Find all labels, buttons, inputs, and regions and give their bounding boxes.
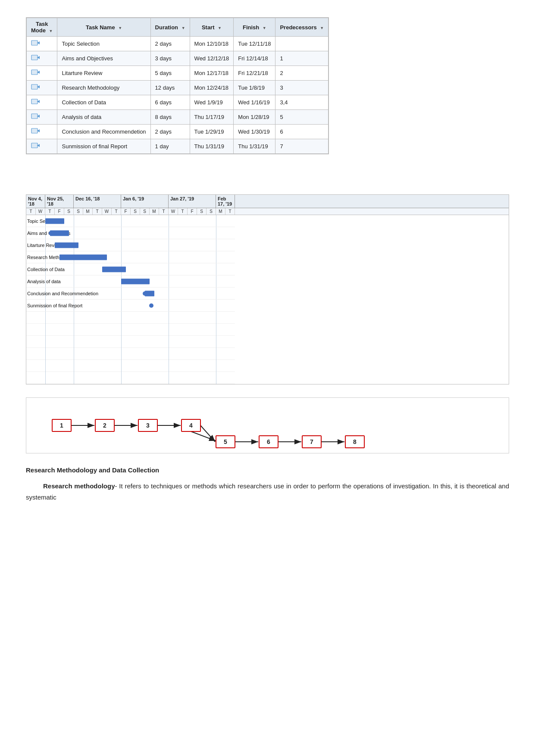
task-mode-cell	[27, 66, 57, 81]
task-mode-cell	[27, 139, 57, 154]
network-diagram: 12345678	[26, 397, 509, 453]
duration-cell: 3 days	[150, 51, 190, 66]
gantt-day-cell: S	[74, 208, 83, 215]
gantt-row: Conclusion and Recommendetion	[26, 287, 235, 300]
task-mode-cell	[27, 110, 57, 125]
gantt-empty-row	[26, 372, 235, 384]
predecessors-cell: 1	[275, 51, 329, 66]
task-mode-icon	[31, 69, 41, 76]
col-start[interactable]: Start ▼	[190, 18, 234, 37]
gantt-row: Sunmission of final Report	[26, 300, 235, 312]
gantt-day-cell: T	[178, 208, 188, 215]
gantt-milestone	[49, 231, 53, 235]
finish-cell: Fri 12/21/18	[234, 66, 275, 81]
gantt-row: Litarture Review	[26, 239, 235, 251]
gantt-empty-row	[26, 312, 235, 324]
table-row: Sunmission of final Report1 dayThu 1/31/…	[27, 139, 329, 154]
gantt-empty-row	[26, 360, 235, 372]
table-row: Topic Selection2 daysMon 12/10/18Tue 12/…	[27, 37, 329, 51]
col-predecessors[interactable]: Predecessors ▼	[275, 18, 329, 37]
gantt-day-cell: W	[36, 208, 45, 215]
duration-cell: 8 days	[150, 110, 190, 125]
start-cell: Mon 12/10/18	[190, 37, 234, 51]
gantt-row: Topic Selection	[26, 215, 235, 227]
task-mode-icon	[31, 142, 41, 150]
gantt-period-label: Feb 17, '19	[216, 195, 235, 208]
task-mode-icon	[31, 39, 41, 47]
gantt-period-label: Nov 25, '18	[45, 195, 74, 208]
network-node-label: 3	[146, 422, 150, 429]
gantt-bar	[59, 254, 107, 260]
table-row: Aims and Objectives3 daysWed 12/12/18Fri…	[27, 51, 329, 66]
gantt-day-cell: T	[112, 208, 121, 215]
start-cell: Mon 12/17/18	[190, 66, 234, 81]
gantt-period-label: Jan 27, '19	[169, 195, 216, 208]
table-row: Research Methodology12 daysMon 12/24/18T…	[27, 81, 329, 95]
task-mode-icon	[31, 127, 41, 135]
network-node-label: 2	[103, 422, 106, 429]
sort-arrow: ▼	[181, 26, 185, 30]
predecessors-cell	[275, 37, 329, 51]
duration-cell: 5 days	[150, 66, 190, 81]
gantt-milestone	[55, 243, 59, 247]
table-row: Analysis of data8 daysThu 1/17/19Mon 1/2…	[27, 110, 329, 125]
task-name-cell: Litarture Review	[57, 66, 150, 81]
section-heading: Research Methodology and Data Collection	[26, 466, 509, 474]
gantt-day-cell: T	[93, 208, 102, 215]
start-cell: Thu 1/31/19	[190, 139, 234, 154]
start-cell: Wed 1/9/19	[190, 95, 234, 110]
predecessors-cell: 3,4	[275, 95, 329, 110]
svg-rect-14	[31, 143, 38, 148]
network-node-label: 4	[189, 422, 193, 429]
task-mode-cell	[27, 51, 57, 66]
finish-cell: Tue 1/8/19	[234, 81, 275, 95]
sort-arrow: ▼	[49, 29, 53, 33]
bold-intro: Research methodology	[43, 482, 115, 490]
start-cell: Mon 12/24/18	[190, 81, 234, 95]
task-mode-cell	[27, 95, 57, 110]
col-duration[interactable]: Duration ▼	[150, 18, 190, 37]
duration-cell: 6 days	[150, 95, 190, 110]
gantt-day-cell: S	[140, 208, 150, 215]
predecessors-cell: 7	[275, 139, 329, 154]
gantt-empty-row	[26, 324, 235, 336]
text-section: Research Methodology and Data Collection…	[26, 466, 509, 503]
task-name-cell: Research Methodology	[57, 81, 150, 95]
task-mode-icon	[31, 98, 41, 106]
network-node-label: 8	[353, 438, 357, 445]
gantt-day-labels: TWTFSSMTWTFSSMTWTFSSMT	[26, 208, 509, 215]
predecessors-cell: 6	[275, 125, 329, 139]
gantt-table-container: TaskMode ▼ Task Name ▼ Duration ▼ Start …	[26, 17, 329, 154]
network-svg: 12345678	[39, 406, 427, 458]
gantt-row: Analysis of data	[26, 275, 235, 287]
col-finish[interactable]: Finish ▼	[234, 18, 275, 37]
gantt-table-section: TaskMode ▼ Task Name ▼ Duration ▼ Start …	[26, 17, 509, 173]
table-row: Collection of Data6 daysWed 1/9/19Wed 1/…	[27, 95, 329, 110]
gantt-period-label: Jan 6, '19	[121, 195, 169, 208]
gantt-day-cell: W	[169, 208, 178, 215]
svg-rect-6	[31, 84, 38, 89]
network-node-label: 1	[60, 422, 63, 429]
gantt-task-label: Analysis of data	[27, 279, 61, 284]
table-row: Conclusion and Recommendetion2 daysTue 1…	[27, 125, 329, 139]
gantt-period-label: Dec 16, '18	[74, 195, 121, 208]
finish-cell: Tue 12/11/18	[234, 37, 275, 51]
gantt-body: Topic SelectionAims and ObjectivesLitart…	[26, 215, 235, 384]
gantt-row: Aims and Objectives	[26, 227, 235, 239]
col-task-mode[interactable]: TaskMode ▼	[27, 18, 57, 37]
gantt-day-cell: T	[26, 208, 36, 215]
gantt-day-cell: S	[64, 208, 74, 215]
gantt-milestone	[143, 291, 147, 296]
gantt-day-cell: M	[83, 208, 93, 215]
task-name-cell: Analysis of data	[57, 110, 150, 125]
finish-cell: Thu 1/31/19	[234, 139, 275, 154]
svg-rect-2	[31, 55, 38, 60]
predecessors-cell: 3	[275, 81, 329, 95]
network-node-label: 7	[310, 438, 313, 445]
gantt-day-cell: S	[197, 208, 206, 215]
gantt-day-cell: F	[55, 208, 64, 215]
finish-cell: Fri 12/14/18	[234, 51, 275, 66]
network-diagram-section: 12345678	[26, 397, 509, 453]
col-task-name[interactable]: Task Name ▼	[57, 18, 150, 37]
finish-cell: Mon 1/28/19	[234, 110, 275, 125]
